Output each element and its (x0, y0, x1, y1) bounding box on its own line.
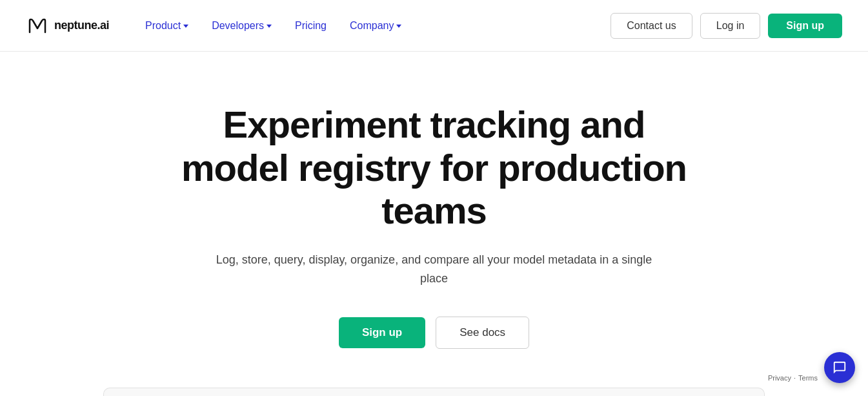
chat-icon (833, 360, 847, 375)
contact-us-button[interactable]: Contact us (611, 13, 692, 39)
privacy-link[interactable]: Privacy (768, 374, 791, 382)
signup-hero-button[interactable]: Sign up (339, 317, 425, 348)
hero-subtitle: Log, store, query, display, organize, an… (208, 251, 660, 288)
terms-link[interactable]: Terms (798, 374, 818, 382)
see-docs-button[interactable]: See docs (436, 317, 529, 349)
nav-developers-label: Developers (212, 20, 264, 32)
nav-links: Product Developers Pricing Company (135, 15, 412, 37)
navbar-right: Contact us Log in Sign up (611, 13, 842, 39)
chat-widget[interactable] (824, 352, 855, 383)
privacy-terms: Privacy · Terms (768, 374, 818, 382)
nav-pricing-label: Pricing (295, 20, 327, 32)
navbar: neptune.ai Product Developers Pricing Co… (0, 0, 868, 52)
login-button[interactable]: Log in (700, 13, 761, 39)
chevron-down-icon (396, 25, 401, 28)
nav-item-developers[interactable]: Developers (201, 15, 282, 37)
nav-item-pricing[interactable]: Pricing (285, 15, 337, 37)
logo-text: neptune.ai (54, 19, 109, 32)
logo[interactable]: neptune.ai (26, 14, 109, 37)
chevron-down-icon (267, 25, 272, 28)
signup-nav-button[interactable]: Sign up (768, 14, 842, 38)
logo-icon (26, 14, 49, 37)
nav-item-company[interactable]: Company (339, 15, 412, 37)
preview-bar (103, 388, 765, 396)
hero-buttons: Sign up See docs (339, 317, 529, 349)
nav-product-label: Product (145, 20, 181, 32)
separator: · (794, 374, 796, 382)
hero-section: Experiment tracking and model registry f… (0, 52, 868, 388)
nav-company-label: Company (350, 20, 394, 32)
navbar-left: neptune.ai Product Developers Pricing Co… (26, 14, 412, 37)
nav-item-product[interactable]: Product (135, 15, 199, 37)
hero-title: Experiment tracking and model registry f… (176, 103, 692, 233)
chevron-down-icon (183, 25, 188, 28)
